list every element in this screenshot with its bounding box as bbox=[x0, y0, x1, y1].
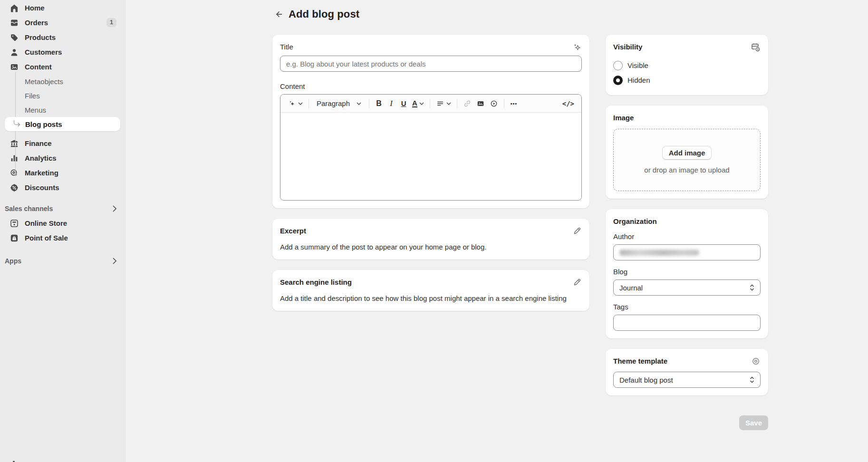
sidebar-item-discounts[interactable]: Discounts bbox=[5, 180, 120, 195]
pencil-icon bbox=[573, 226, 582, 235]
italic-button[interactable]: I bbox=[385, 97, 397, 110]
sidebar-item-orders[interactable]: Orders 1 bbox=[5, 15, 120, 30]
tags-input[interactable] bbox=[613, 315, 761, 331]
sidebar-content-group: Content Metaobjects Files Menus Blog pos… bbox=[0, 59, 125, 131]
sidebar-item-finance[interactable]: Finance bbox=[5, 136, 120, 151]
ai-generate-button[interactable] bbox=[571, 42, 582, 53]
blog-select[interactable]: Journal bbox=[613, 279, 761, 296]
more-options-button[interactable]: ••• bbox=[508, 97, 520, 110]
bold-button[interactable]: B bbox=[373, 97, 385, 110]
visibility-option-visible[interactable]: Visible bbox=[613, 58, 761, 73]
section-title: Apps bbox=[5, 257, 21, 265]
content-icon bbox=[10, 62, 19, 72]
pencil-icon bbox=[573, 278, 582, 287]
sidebar-item-blog-posts-selected[interactable]: Blog posts bbox=[5, 117, 120, 131]
chevron-right-icon bbox=[113, 258, 116, 264]
marketing-icon bbox=[10, 168, 19, 178]
insert-image-button[interactable] bbox=[474, 97, 487, 110]
title-input[interactable] bbox=[280, 56, 582, 72]
toolbar-divider bbox=[369, 99, 369, 108]
theme-template-select[interactable]: Default blog post bbox=[613, 372, 761, 388]
select-caret-icon bbox=[749, 284, 755, 291]
customers-icon bbox=[10, 48, 19, 57]
settings-column: Visibility Visible bbox=[606, 35, 768, 430]
visibility-option-hidden[interactable]: Hidden bbox=[613, 73, 761, 87]
search-engine-listing-card: Search engine listing Add a title and de… bbox=[272, 270, 589, 311]
text-color-button[interactable]: A bbox=[410, 97, 426, 110]
tree-arrow-icon bbox=[13, 120, 21, 128]
content-editor-area[interactable] bbox=[280, 113, 581, 200]
author-label: Author bbox=[613, 232, 761, 241]
rich-text-editor: Paragraph B I U A bbox=[280, 94, 582, 201]
home-icon bbox=[10, 3, 19, 13]
underline-button[interactable]: U bbox=[397, 97, 410, 110]
sub-item-label: Files bbox=[25, 92, 40, 100]
chevron-down-icon bbox=[419, 102, 424, 105]
visibility-heading: Visibility bbox=[613, 42, 642, 52]
sidebar-section-sales-channels[interactable]: Sales channels bbox=[5, 202, 120, 216]
organization-card: Organization Author Blog Journal Tags bbox=[606, 209, 768, 338]
sidebar-item-point-of-sale[interactable]: Point of Sale bbox=[5, 231, 120, 245]
image-dropzone[interactable]: Add image or drop an image to upload bbox=[613, 129, 761, 191]
sidebar-section-apps[interactable]: Apps bbox=[5, 254, 120, 268]
play-circle-icon bbox=[490, 99, 498, 108]
preview-template-button[interactable] bbox=[751, 356, 761, 366]
title-label: Title bbox=[280, 42, 293, 52]
page-title: Add blog post bbox=[289, 8, 359, 20]
edit-seo-button[interactable] bbox=[573, 278, 582, 287]
radio-checked[interactable] bbox=[613, 76, 623, 85]
chevron-down-icon bbox=[298, 102, 303, 105]
sidebar-item-online-store[interactable]: Online Store bbox=[5, 216, 120, 231]
theme-template-heading: Theme template bbox=[613, 356, 667, 366]
link-button[interactable] bbox=[461, 97, 474, 110]
sub-item-label: Metaobjects bbox=[25, 77, 63, 86]
show-html-button[interactable]: </> bbox=[560, 97, 577, 110]
arrow-left-icon bbox=[274, 10, 284, 19]
link-icon bbox=[463, 99, 472, 108]
theme-template-card: Theme template Default blog post bbox=[606, 349, 768, 395]
schedule-visibility-button[interactable] bbox=[751, 42, 761, 52]
orders-icon bbox=[10, 18, 19, 28]
sidebar-item-home[interactable]: Home bbox=[5, 0, 120, 15]
theme-template-value: Default blog post bbox=[619, 376, 673, 384]
sidebar-item-metaobjects[interactable]: Metaobjects bbox=[5, 74, 120, 88]
toolbar-divider bbox=[457, 99, 457, 108]
edit-excerpt-button[interactable] bbox=[573, 226, 582, 235]
sidebar-item-products[interactable]: Products bbox=[5, 30, 120, 45]
sidebar-item-files[interactable]: Files bbox=[5, 88, 120, 103]
align-left-icon bbox=[436, 99, 444, 108]
radio-unchecked[interactable] bbox=[613, 61, 623, 70]
select-caret-icon bbox=[749, 376, 755, 384]
sidebar-item-label: Blog posts bbox=[25, 120, 62, 128]
sidebar-item-content[interactable]: Content bbox=[5, 59, 120, 74]
back-button[interactable] bbox=[272, 8, 286, 21]
add-image-button[interactable]: Add image bbox=[662, 146, 712, 160]
paragraph-label: Paragraph bbox=[317, 99, 350, 107]
sidebar-item-label: Customers bbox=[25, 48, 62, 56]
author-redacted-value bbox=[619, 250, 699, 256]
insert-video-button[interactable] bbox=[487, 97, 501, 110]
chevron-down-icon bbox=[357, 102, 361, 105]
toolbar-divider bbox=[504, 99, 504, 108]
alignment-button[interactable] bbox=[434, 97, 453, 110]
paragraph-style-dropdown[interactable]: Paragraph bbox=[312, 97, 366, 110]
save-button[interactable]: Save bbox=[739, 415, 768, 430]
analytics-icon bbox=[10, 154, 19, 163]
sidebar-item-customers[interactable]: Customers bbox=[5, 45, 120, 59]
ring-icon bbox=[751, 356, 761, 366]
editor-ai-button[interactable] bbox=[285, 97, 305, 110]
excerpt-heading: Excerpt bbox=[280, 226, 306, 236]
sparkle-icon bbox=[571, 42, 582, 53]
sidebar-item-label: Home bbox=[25, 4, 45, 12]
main-area: Add blog post Title Content bbox=[125, 0, 868, 462]
sidebar-item-settings[interactable]: Settings bbox=[5, 458, 120, 462]
sidebar-item-analytics[interactable]: Analytics bbox=[5, 151, 120, 165]
form-column: Title Content bbox=[272, 35, 589, 311]
discounts-icon bbox=[10, 183, 19, 192]
author-input[interactable] bbox=[613, 244, 761, 260]
sidebar-item-label: Analytics bbox=[25, 154, 57, 162]
sidebar-item-menus[interactable]: Menus bbox=[5, 103, 120, 117]
save-row: Save bbox=[606, 415, 768, 430]
editor-toolbar: Paragraph B I U A bbox=[280, 95, 581, 113]
sidebar-item-marketing[interactable]: Marketing bbox=[5, 165, 120, 180]
